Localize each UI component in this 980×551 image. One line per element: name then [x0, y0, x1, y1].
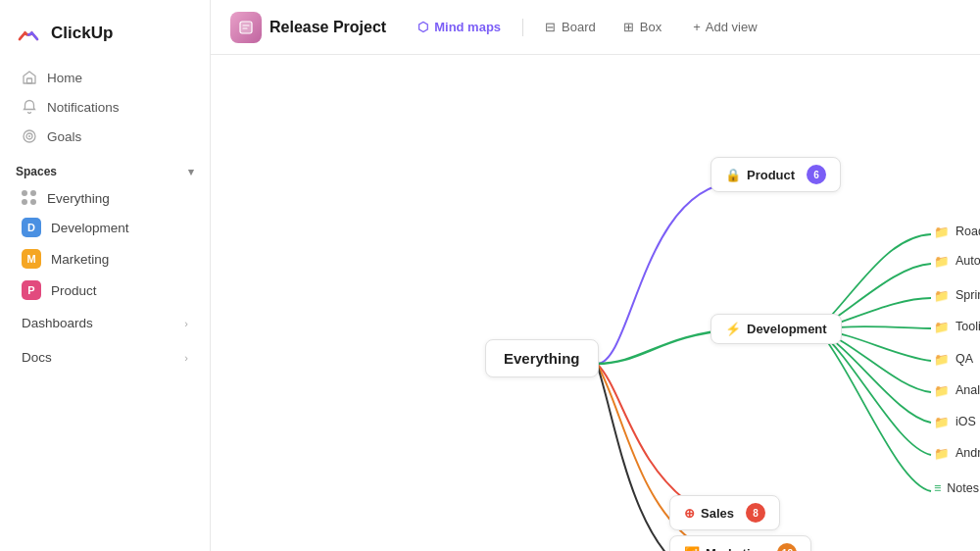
- leaf-android: 📁 Android 4: [934, 443, 980, 463]
- sidebar: ClickUp Home Notifications Goals Spaces …: [0, 0, 211, 551]
- notes-list-icon: ≡: [934, 481, 941, 495]
- bell-icon: [22, 99, 37, 115]
- box-tab-label: Box: [640, 20, 662, 34]
- leaf-roadmap: 📁 Roadmap 11: [934, 222, 980, 241]
- leaf-tooling: 📁 Tooling 5: [934, 317, 980, 336]
- svg-rect-0: [27, 78, 32, 83]
- qa-folder-icon: 📁: [934, 352, 950, 367]
- dashboards-chevron-icon: ›: [184, 318, 188, 329]
- tooling-folder-icon: 📁: [934, 320, 950, 334]
- sidebar-item-goals[interactable]: Goals: [6, 122, 204, 151]
- docs-label: Docs: [22, 350, 52, 365]
- marketing-badge: 18: [777, 543, 797, 551]
- leaf-automation: 📁 Automation 6: [934, 251, 980, 271]
- mindmaps-tab-icon: ⬡: [417, 20, 428, 34]
- sidebar-item-dashboards[interactable]: Dashboards ›: [6, 306, 204, 340]
- tab-mindmaps[interactable]: ⬡ Mind maps: [406, 14, 513, 40]
- sidebar-item-notifications[interactable]: Notifications: [6, 92, 204, 122]
- box-tab-icon: ⊞: [623, 20, 634, 34]
- tab-box[interactable]: ⊞ Box: [612, 14, 673, 40]
- mindmap-area[interactable]: Everything 🔒 Product 6 ⚡ Development ⊕ S…: [211, 55, 980, 551]
- marketing-icon: 📶: [684, 546, 700, 552]
- mindmap-svg: [211, 55, 980, 551]
- marketing-node[interactable]: 📶 Marketing 18: [669, 535, 811, 551]
- product-badge: 6: [807, 165, 826, 184]
- sidebar-item-product-label: Product: [51, 283, 97, 298]
- sales-node[interactable]: ⊕ Sales 8: [669, 495, 780, 530]
- automation-folder-icon: 📁: [934, 254, 950, 269]
- logo-text: ClickUp: [51, 24, 113, 43]
- everything-grid-icon: [22, 190, 37, 206]
- board-tab-label: Board: [562, 20, 596, 34]
- leaf-notes: ≡ Notes 3: [934, 478, 980, 498]
- mindmaps-tab-label: Mind maps: [434, 20, 501, 34]
- sidebar-item-development[interactable]: D Development: [6, 212, 204, 243]
- project-title: Release Project: [270, 19, 386, 36]
- sales-icon: ⊕: [684, 506, 695, 521]
- topbar: Release Project ⬡ Mind maps ⊟ Board ⊞ Bo…: [211, 0, 980, 55]
- sidebar-item-product[interactable]: P Product: [6, 275, 204, 306]
- sidebar-item-docs[interactable]: Docs ›: [6, 340, 204, 375]
- spaces-label: Spaces: [16, 165, 57, 178]
- goals-icon: [22, 128, 37, 144]
- center-node[interactable]: Everything: [485, 339, 599, 377]
- project-icon: [230, 12, 262, 43]
- leaf-ios: 📁 iOS 1: [934, 412, 980, 431]
- analytics-folder-icon: 📁: [934, 383, 950, 398]
- logo: ClickUp: [0, 12, 210, 63]
- roadmap-folder-icon: 📁: [934, 225, 950, 239]
- sidebar-item-marketing[interactable]: M Marketing: [6, 243, 204, 275]
- product-badge: P: [22, 280, 41, 300]
- leaf-qa: 📁 QA 11: [934, 349, 980, 369]
- sales-badge: 8: [746, 503, 765, 523]
- product-lock-icon: 🔒: [725, 168, 741, 182]
- sidebar-item-development-label: Development: [51, 221, 129, 235]
- development-node[interactable]: ⚡ Development: [710, 314, 842, 344]
- clickup-logo-icon: [16, 20, 43, 47]
- tab-divider-1: [522, 19, 523, 36]
- development-icon: ⚡: [725, 322, 741, 336]
- main-content: Release Project ⬡ Mind maps ⊟ Board ⊞ Bo…: [211, 0, 980, 551]
- chevron-down-icon: ▾: [188, 166, 194, 178]
- sidebar-item-home-label: Home: [47, 71, 82, 85]
- home-icon: [22, 70, 37, 85]
- marketing-badge: M: [22, 249, 41, 269]
- spaces-section-header[interactable]: Spaces ▾: [0, 151, 210, 184]
- leaf-sprints: 📁 Sprints 11: [934, 285, 980, 305]
- sidebar-item-home[interactable]: Home: [6, 63, 204, 92]
- add-icon: +: [693, 20, 701, 34]
- sidebar-item-everything[interactable]: Everything: [6, 184, 204, 212]
- product-node[interactable]: 🔒 Product 6: [710, 157, 841, 192]
- development-badge: D: [22, 218, 41, 237]
- android-folder-icon: 📁: [934, 446, 950, 461]
- sidebar-item-everything-label: Everything: [47, 191, 110, 206]
- sidebar-item-marketing-label: Marketing: [51, 252, 109, 267]
- dashboards-label: Dashboards: [22, 316, 93, 330]
- svg-rect-4: [240, 22, 252, 33]
- sprints-folder-icon: 📁: [934, 288, 950, 303]
- docs-chevron-icon: ›: [184, 352, 188, 364]
- ios-folder-icon: 📁: [934, 415, 950, 429]
- leaf-analytics: 📁 Analytics 5: [934, 380, 980, 400]
- svg-point-3: [28, 135, 30, 137]
- add-view-label: Add view: [706, 20, 758, 34]
- sidebar-item-notifications-label: Notifications: [47, 100, 120, 115]
- sidebar-item-goals-label: Goals: [47, 129, 81, 144]
- add-view-button[interactable]: + Add view: [681, 14, 768, 40]
- board-tab-icon: ⊟: [545, 20, 556, 34]
- tab-board[interactable]: ⊟ Board: [533, 14, 608, 40]
